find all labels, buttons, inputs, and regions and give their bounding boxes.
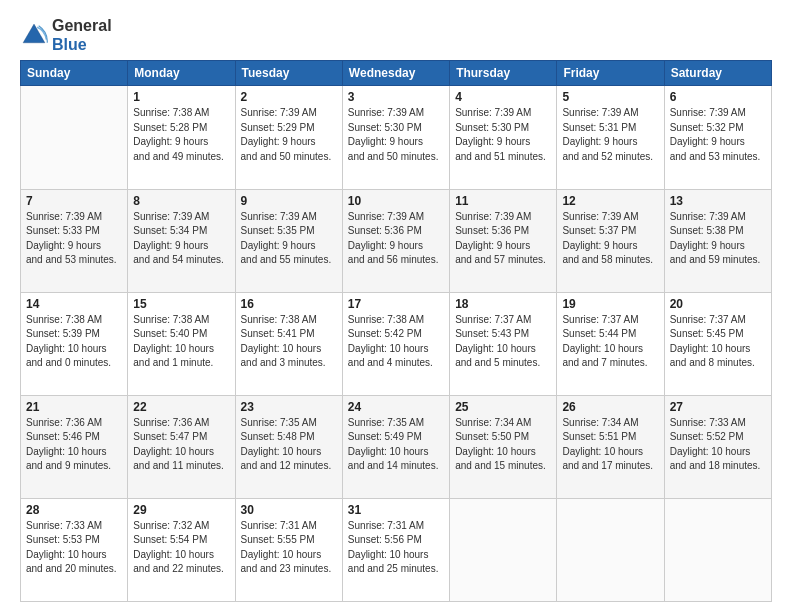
calendar-cell: 10Sunrise: 7:39 AMSunset: 5:36 PMDayligh… — [342, 189, 449, 292]
day-info: Sunrise: 7:38 AMSunset: 5:40 PMDaylight:… — [133, 313, 229, 371]
day-info: Sunrise: 7:33 AMSunset: 5:52 PMDaylight:… — [670, 416, 766, 474]
calendar-cell — [21, 86, 128, 189]
day-number: 26 — [562, 400, 658, 414]
calendar-cell: 18Sunrise: 7:37 AMSunset: 5:43 PMDayligh… — [450, 292, 557, 395]
day-info: Sunrise: 7:39 AMSunset: 5:32 PMDaylight:… — [670, 106, 766, 164]
day-info: Sunrise: 7:38 AMSunset: 5:41 PMDaylight:… — [241, 313, 337, 371]
day-number: 30 — [241, 503, 337, 517]
calendar-cell: 31Sunrise: 7:31 AMSunset: 5:56 PMDayligh… — [342, 498, 449, 601]
day-number: 3 — [348, 90, 444, 104]
calendar-cell: 27Sunrise: 7:33 AMSunset: 5:52 PMDayligh… — [664, 395, 771, 498]
calendar-cell — [450, 498, 557, 601]
calendar-header-tuesday: Tuesday — [235, 61, 342, 86]
day-number: 4 — [455, 90, 551, 104]
day-info: Sunrise: 7:36 AMSunset: 5:47 PMDaylight:… — [133, 416, 229, 474]
calendar-week-1: 1Sunrise: 7:38 AMSunset: 5:28 PMDaylight… — [21, 86, 772, 189]
day-info: Sunrise: 7:39 AMSunset: 5:36 PMDaylight:… — [455, 210, 551, 268]
calendar-cell: 5Sunrise: 7:39 AMSunset: 5:31 PMDaylight… — [557, 86, 664, 189]
calendar-table: SundayMondayTuesdayWednesdayThursdayFrid… — [20, 60, 772, 602]
day-number: 28 — [26, 503, 122, 517]
day-info: Sunrise: 7:38 AMSunset: 5:39 PMDaylight:… — [26, 313, 122, 371]
calendar-week-3: 14Sunrise: 7:38 AMSunset: 5:39 PMDayligh… — [21, 292, 772, 395]
calendar-header-saturday: Saturday — [664, 61, 771, 86]
day-info: Sunrise: 7:37 AMSunset: 5:45 PMDaylight:… — [670, 313, 766, 371]
calendar-week-5: 28Sunrise: 7:33 AMSunset: 5:53 PMDayligh… — [21, 498, 772, 601]
day-info: Sunrise: 7:39 AMSunset: 5:35 PMDaylight:… — [241, 210, 337, 268]
logo: General Blue — [20, 16, 112, 54]
day-number: 18 — [455, 297, 551, 311]
day-info: Sunrise: 7:39 AMSunset: 5:36 PMDaylight:… — [348, 210, 444, 268]
calendar-cell: 22Sunrise: 7:36 AMSunset: 5:47 PMDayligh… — [128, 395, 235, 498]
calendar-header-friday: Friday — [557, 61, 664, 86]
day-info: Sunrise: 7:38 AMSunset: 5:42 PMDaylight:… — [348, 313, 444, 371]
day-number: 19 — [562, 297, 658, 311]
svg-marker-0 — [23, 24, 45, 43]
calendar-cell: 9Sunrise: 7:39 AMSunset: 5:35 PMDaylight… — [235, 189, 342, 292]
calendar-cell: 7Sunrise: 7:39 AMSunset: 5:33 PMDaylight… — [21, 189, 128, 292]
day-info: Sunrise: 7:32 AMSunset: 5:54 PMDaylight:… — [133, 519, 229, 577]
day-number: 31 — [348, 503, 444, 517]
calendar-cell — [557, 498, 664, 601]
day-info: Sunrise: 7:34 AMSunset: 5:50 PMDaylight:… — [455, 416, 551, 474]
day-number: 17 — [348, 297, 444, 311]
day-number: 11 — [455, 194, 551, 208]
calendar-cell: 4Sunrise: 7:39 AMSunset: 5:30 PMDaylight… — [450, 86, 557, 189]
day-number: 10 — [348, 194, 444, 208]
day-number: 27 — [670, 400, 766, 414]
calendar-header-row: SundayMondayTuesdayWednesdayThursdayFrid… — [21, 61, 772, 86]
calendar-cell: 26Sunrise: 7:34 AMSunset: 5:51 PMDayligh… — [557, 395, 664, 498]
day-number: 16 — [241, 297, 337, 311]
day-info: Sunrise: 7:31 AMSunset: 5:56 PMDaylight:… — [348, 519, 444, 577]
day-info: Sunrise: 7:33 AMSunset: 5:53 PMDaylight:… — [26, 519, 122, 577]
day-number: 14 — [26, 297, 122, 311]
day-number: 23 — [241, 400, 337, 414]
day-number: 22 — [133, 400, 229, 414]
day-number: 13 — [670, 194, 766, 208]
day-number: 7 — [26, 194, 122, 208]
calendar-cell: 2Sunrise: 7:39 AMSunset: 5:29 PMDaylight… — [235, 86, 342, 189]
logo-icon — [20, 21, 48, 49]
calendar-cell: 8Sunrise: 7:39 AMSunset: 5:34 PMDaylight… — [128, 189, 235, 292]
day-info: Sunrise: 7:36 AMSunset: 5:46 PMDaylight:… — [26, 416, 122, 474]
day-info: Sunrise: 7:39 AMSunset: 5:33 PMDaylight:… — [26, 210, 122, 268]
day-info: Sunrise: 7:39 AMSunset: 5:31 PMDaylight:… — [562, 106, 658, 164]
calendar-cell: 17Sunrise: 7:38 AMSunset: 5:42 PMDayligh… — [342, 292, 449, 395]
calendar-cell: 30Sunrise: 7:31 AMSunset: 5:55 PMDayligh… — [235, 498, 342, 601]
day-info: Sunrise: 7:35 AMSunset: 5:49 PMDaylight:… — [348, 416, 444, 474]
calendar-cell — [664, 498, 771, 601]
calendar-cell: 3Sunrise: 7:39 AMSunset: 5:30 PMDaylight… — [342, 86, 449, 189]
day-number: 29 — [133, 503, 229, 517]
day-number: 12 — [562, 194, 658, 208]
calendar-cell: 20Sunrise: 7:37 AMSunset: 5:45 PMDayligh… — [664, 292, 771, 395]
calendar-cell: 25Sunrise: 7:34 AMSunset: 5:50 PMDayligh… — [450, 395, 557, 498]
calendar-cell: 29Sunrise: 7:32 AMSunset: 5:54 PMDayligh… — [128, 498, 235, 601]
day-number: 15 — [133, 297, 229, 311]
day-info: Sunrise: 7:37 AMSunset: 5:44 PMDaylight:… — [562, 313, 658, 371]
day-number: 21 — [26, 400, 122, 414]
day-info: Sunrise: 7:39 AMSunset: 5:38 PMDaylight:… — [670, 210, 766, 268]
header: General Blue — [20, 16, 772, 54]
calendar-header-monday: Monday — [128, 61, 235, 86]
day-number: 9 — [241, 194, 337, 208]
day-info: Sunrise: 7:31 AMSunset: 5:55 PMDaylight:… — [241, 519, 337, 577]
calendar-cell: 6Sunrise: 7:39 AMSunset: 5:32 PMDaylight… — [664, 86, 771, 189]
day-number: 8 — [133, 194, 229, 208]
day-info: Sunrise: 7:38 AMSunset: 5:28 PMDaylight:… — [133, 106, 229, 164]
calendar-cell: 21Sunrise: 7:36 AMSunset: 5:46 PMDayligh… — [21, 395, 128, 498]
calendar-cell: 11Sunrise: 7:39 AMSunset: 5:36 PMDayligh… — [450, 189, 557, 292]
calendar-cell: 14Sunrise: 7:38 AMSunset: 5:39 PMDayligh… — [21, 292, 128, 395]
calendar-cell: 19Sunrise: 7:37 AMSunset: 5:44 PMDayligh… — [557, 292, 664, 395]
calendar-header-thursday: Thursday — [450, 61, 557, 86]
day-number: 5 — [562, 90, 658, 104]
day-info: Sunrise: 7:37 AMSunset: 5:43 PMDaylight:… — [455, 313, 551, 371]
day-info: Sunrise: 7:39 AMSunset: 5:34 PMDaylight:… — [133, 210, 229, 268]
day-number: 20 — [670, 297, 766, 311]
calendar-cell: 13Sunrise: 7:39 AMSunset: 5:38 PMDayligh… — [664, 189, 771, 292]
day-info: Sunrise: 7:39 AMSunset: 5:37 PMDaylight:… — [562, 210, 658, 268]
page: General Blue SundayMondayTuesdayWednesda… — [0, 0, 792, 612]
calendar-week-2: 7Sunrise: 7:39 AMSunset: 5:33 PMDaylight… — [21, 189, 772, 292]
calendar-cell: 24Sunrise: 7:35 AMSunset: 5:49 PMDayligh… — [342, 395, 449, 498]
day-info: Sunrise: 7:39 AMSunset: 5:30 PMDaylight:… — [455, 106, 551, 164]
day-info: Sunrise: 7:39 AMSunset: 5:29 PMDaylight:… — [241, 106, 337, 164]
calendar-cell: 28Sunrise: 7:33 AMSunset: 5:53 PMDayligh… — [21, 498, 128, 601]
